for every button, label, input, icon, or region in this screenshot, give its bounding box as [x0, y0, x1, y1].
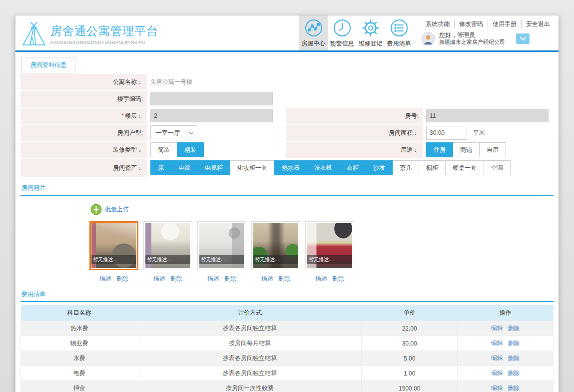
asset-option[interactable]: 电视	[171, 160, 198, 175]
col-pricing-method: 计价方式	[138, 305, 362, 321]
fee-edit-link[interactable]: 编辑	[491, 385, 503, 392]
building-code-label: 楼宇编码:	[20, 91, 147, 107]
user-company: 新疆城市之家房产经纪公司	[439, 39, 505, 46]
photo-delete-link[interactable]: 删除	[116, 275, 128, 283]
nav-item-fee-list[interactable]: 费用清单	[385, 15, 413, 50]
col-unit-price: 单价	[362, 305, 458, 321]
fee-pricing: 抄表各房间独立结算	[138, 366, 362, 381]
usage-option[interactable]: 自用	[479, 142, 506, 157]
room-type-label: 房间户型:	[20, 125, 147, 141]
usage-option[interactable]: 住房	[426, 142, 453, 157]
fees-section-title: 费用清单	[20, 286, 554, 302]
form-row-assets: 房间资产： 床电视电视柜化妆柜一套热水器洗衣机衣柜沙发茶几橱柜餐桌一套空调	[20, 159, 554, 177]
system-link[interactable]: 系统功能	[421, 20, 454, 28]
decoration-option[interactable]: 精装	[177, 142, 204, 157]
room-info-form: 公寓名称： 头宫公寓一号楼 楼宇编码: *楼层： 房号: 房间户型: 一室一厅	[15, 72, 559, 177]
asset-option[interactable]: 橱柜	[419, 160, 446, 175]
photo-image: 暂无描述...	[199, 223, 244, 268]
photo-delete-link[interactable]: 删除	[278, 275, 290, 283]
fee-delete-link[interactable]: 删除	[508, 355, 520, 362]
asset-option[interactable]: 化妆柜一套	[230, 160, 275, 175]
photo-caption: 暂无描述...	[91, 255, 136, 264]
nav-item-house-center[interactable]: 房屋中心	[299, 15, 328, 50]
asset-option[interactable]: 餐桌一套	[445, 160, 484, 175]
asset-option[interactable]: 茶几	[392, 160, 419, 175]
fee-table-row: 热水费 抄表各房间独立结算 22.00 编辑 删除	[21, 321, 554, 336]
fee-edit-link[interactable]: 编辑	[491, 325, 503, 332]
asset-option[interactable]: 床	[150, 160, 171, 175]
photo-desc-link[interactable]: 描述	[207, 275, 219, 283]
building-code-field[interactable]	[150, 92, 273, 105]
form-row-apartment-name: 公寓名称： 头宫公寓一号楼	[20, 74, 554, 90]
system-link[interactable]: 安全退出	[521, 20, 555, 28]
user-row: 您好，管理员 新疆城市之家房产经纪公司	[421, 31, 530, 46]
photo-delete-link[interactable]: 删除	[170, 275, 182, 283]
usage-options: 住房商铺自用	[426, 142, 506, 157]
asset-option[interactable]: 洗衣机	[307, 160, 340, 175]
photo-delete-link[interactable]: 删除	[332, 275, 344, 283]
photo-card: 暂无描述... 描述 删除	[251, 221, 301, 283]
main-nav: 房屋中心 预警信息	[299, 15, 413, 50]
room-area-label: 房间面积：	[286, 125, 423, 141]
room-photo[interactable]: 暂无描述...	[89, 221, 138, 270]
photo-caption: 暂无描述...	[307, 255, 352, 264]
tab-room-info[interactable]: 房间资料信息	[21, 57, 75, 73]
asset-option[interactable]: 热水器	[274, 160, 307, 175]
fee-delete-link[interactable]: 删除	[508, 340, 520, 347]
nav-label: 预警信息	[330, 39, 354, 48]
fee-edit-link[interactable]: 编辑	[491, 340, 503, 347]
asset-option[interactable]: 空调	[484, 160, 511, 175]
fee-edit-link[interactable]: 编辑	[491, 355, 503, 362]
app-logo: 房舍通公寓管理平台 FANGSHETONGGONGYUGUANLIPINGTAI	[20, 15, 158, 50]
photo-delete-link[interactable]: 删除	[224, 275, 236, 283]
floor-field[interactable]	[150, 109, 273, 122]
asset-option[interactable]: 电视柜	[197, 160, 230, 175]
app-subtitle: FANGSHETONGGONGYUGUANLIPINGTAI	[50, 40, 158, 45]
system-link[interactable]: 修改密码	[454, 20, 488, 28]
room-photo[interactable]: 暂无描述...	[305, 221, 354, 270]
col-actions: 操作	[458, 305, 554, 321]
room-photo[interactable]: 暂无描述...	[197, 221, 246, 270]
header-right: 系统功能修改密码使用手册安全退出 您好，管理员 新疆城市之家房产经纪公司	[421, 15, 559, 50]
photo-desc-link[interactable]: 描述	[99, 275, 111, 283]
photo-desc-link[interactable]: 描述	[153, 275, 165, 283]
fee-delete-link[interactable]: 删除	[508, 370, 520, 377]
asset-option[interactable]: 沙发	[366, 160, 393, 175]
room-type-select[interactable]: 一室一厅	[150, 125, 197, 140]
batch-upload-link[interactable]: 批量上传	[105, 205, 129, 214]
form-row-building-code: 楼宇编码:	[20, 91, 554, 107]
list-circle-icon	[390, 18, 409, 37]
photo-desc-link[interactable]: 描述	[315, 275, 327, 283]
room-photo[interactable]: 暂无描述...	[143, 221, 192, 270]
fee-edit-link[interactable]: 编辑	[491, 370, 503, 377]
decoration-option[interactable]: 简装	[150, 142, 177, 157]
usage-option[interactable]: 商铺	[453, 142, 480, 157]
photo-desc-link[interactable]: 描述	[261, 275, 273, 283]
chevron-down-icon[interactable]	[516, 33, 530, 44]
decoration-options: 简装精装	[150, 142, 203, 157]
system-link[interactable]: 使用手册	[488, 20, 521, 28]
app-header: 房舍通公寓管理平台 FANGSHETONGGONGYUGUANLIPINGTAI	[15, 15, 559, 52]
photos-section-title: 房间照片	[20, 180, 554, 196]
fee-price: 5.00	[362, 351, 458, 366]
room-area-field[interactable]	[426, 126, 467, 140]
plus-circle-icon	[90, 204, 102, 215]
room-photo[interactable]: 暂无描述...	[251, 221, 300, 270]
fee-price: 22.00	[362, 321, 458, 336]
asset-option[interactable]: 衣柜	[339, 160, 366, 175]
photo-card: 暂无描述... 描述 删除	[89, 221, 139, 283]
form-row-floor-roomno: *楼层： 房号:	[20, 108, 554, 124]
fee-subject: 押金	[21, 381, 138, 392]
select-chevron-icon	[185, 126, 197, 140]
nav-item-warning-info[interactable]: 预警信息	[328, 15, 356, 50]
usage-label: 用途：	[286, 142, 423, 158]
photo-image: 暂无描述...	[91, 223, 136, 268]
room-no-field[interactable]	[426, 109, 549, 122]
fee-price: 1500.00	[362, 381, 458, 392]
nav-item-repair-register[interactable]: 维修登记	[356, 15, 385, 50]
fee-delete-link[interactable]: 删除	[508, 325, 520, 332]
fee-delete-link[interactable]: 删除	[508, 385, 520, 392]
photo-caption: 暂无描述...	[199, 255, 244, 264]
asset-options: 床电视电视柜化妆柜一套热水器洗衣机衣柜沙发茶几橱柜餐桌一套空调	[150, 160, 510, 175]
user-greeting: 您好，管理员	[439, 31, 505, 39]
